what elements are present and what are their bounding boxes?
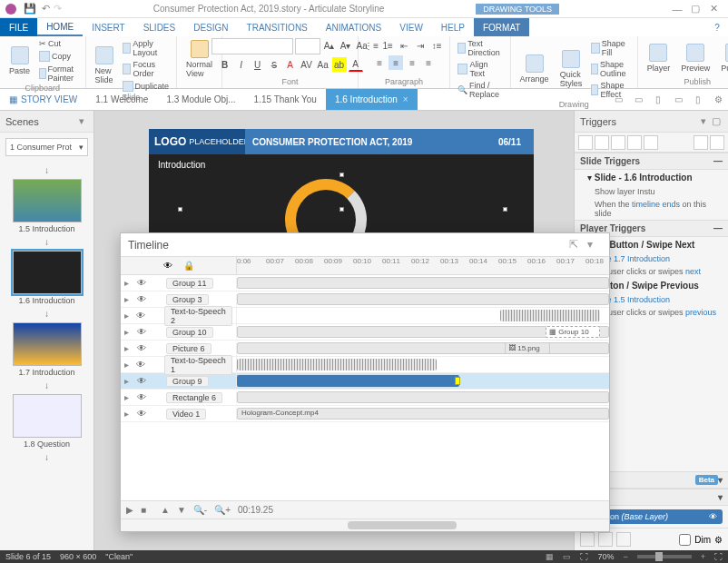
device-desktop-icon[interactable]: ▭ bbox=[608, 89, 628, 110]
arrange-button[interactable]: Arrange bbox=[516, 53, 553, 85]
expand-icon[interactable]: ▸ bbox=[124, 294, 132, 304]
shrink-font-button[interactable]: A▾ bbox=[339, 38, 353, 53]
visibility-icon[interactable]: 👁 bbox=[137, 376, 146, 386]
grow-font-button[interactable]: A▴ bbox=[322, 38, 337, 53]
timeline-row[interactable]: ▸👁Text-to-Speech 1 bbox=[121, 357, 609, 373]
timeline-track[interactable] bbox=[237, 390, 609, 405]
resize-handle[interactable] bbox=[455, 377, 460, 385]
view-normal-icon[interactable]: ▭ bbox=[563, 552, 571, 561]
timeline-track[interactable]: 🖼 15.png bbox=[237, 341, 609, 356]
trigger-action[interactable]: Show layer Instu bbox=[575, 185, 728, 198]
scene-dropdown[interactable]: 1 Consumer Prot▾ bbox=[5, 138, 88, 156]
expand-icon[interactable]: ▸ bbox=[124, 278, 132, 288]
tab-insert[interactable]: INSERT bbox=[83, 18, 134, 36]
edit-trigger-button[interactable] bbox=[595, 135, 609, 150]
visibility-icon[interactable]: 👁 bbox=[137, 343, 146, 353]
expand-icon[interactable]: ▸ bbox=[124, 409, 132, 419]
slide-thumb-active[interactable]: 1.6 Introduction bbox=[13, 251, 82, 305]
ffwd-button[interactable]: ▼ bbox=[177, 505, 186, 515]
zoom-slider[interactable] bbox=[637, 555, 692, 558]
panel-menu-icon[interactable]: ▾ bbox=[718, 475, 723, 485]
align-center-button[interactable]: ≡ bbox=[389, 55, 403, 70]
zoom-out-timeline[interactable]: 🔍- bbox=[193, 505, 207, 515]
focus-order-button[interactable]: Focus Order bbox=[121, 59, 172, 79]
slide-thumb[interactable]: 1.5 Introduction bbox=[13, 179, 82, 233]
slide-canvas[interactable]: LOGOPLACEHOLDER CONSUMER PROTECTION ACT,… bbox=[149, 129, 534, 238]
copy-trigger-button[interactable] bbox=[611, 135, 625, 150]
font-family-select[interactable] bbox=[212, 38, 293, 54]
zoom-fit-icon[interactable]: ⛶ bbox=[714, 552, 723, 561]
format-painter-button[interactable]: Format Painter bbox=[37, 64, 80, 84]
picture-chip[interactable]: 🖼 15.png bbox=[505, 342, 550, 354]
outdent-button[interactable]: ⇤ bbox=[397, 38, 411, 53]
tab-format[interactable]: FORMAT bbox=[474, 18, 529, 36]
apply-layout-button[interactable]: Apply Layout bbox=[121, 38, 172, 58]
panel-close-icon[interactable]: ▢ bbox=[710, 115, 723, 128]
delete-trigger-button[interactable] bbox=[644, 135, 658, 150]
selection-handle[interactable] bbox=[339, 207, 344, 212]
slide-tab[interactable]: 1.15 Thank You bbox=[245, 89, 326, 110]
change-case-button[interactable]: Aa bbox=[316, 57, 330, 72]
quick-styles-button[interactable]: Quick Styles bbox=[556, 48, 586, 90]
expand-icon[interactable]: ▸ bbox=[124, 392, 132, 402]
tab-help[interactable]: HELP bbox=[432, 18, 474, 36]
lock-column-icon[interactable]: 🔒 bbox=[183, 261, 194, 271]
expand-icon[interactable]: ▸ bbox=[124, 311, 131, 321]
close-tab-icon[interactable]: × bbox=[403, 94, 408, 104]
undo-icon[interactable]: ↶ bbox=[42, 3, 50, 15]
timeline-track[interactable]: Hologram-Concept.mp4 bbox=[237, 406, 609, 421]
shape-fill-button[interactable]: Shape Fill bbox=[589, 38, 632, 58]
numbering-button[interactable]: 1≡ bbox=[380, 38, 395, 53]
tab-design[interactable]: DESIGN bbox=[184, 18, 237, 36]
timeline-row[interactable]: ▸👁Group 9 bbox=[121, 373, 609, 390]
indent-button[interactable]: ⇥ bbox=[413, 38, 428, 53]
timeline-row[interactable]: ▸👁Group 11 bbox=[121, 275, 609, 291]
timeline-track[interactable] bbox=[237, 291, 609, 307]
tab-slides[interactable]: SLIDES bbox=[134, 18, 185, 36]
play-button[interactable]: ▶ bbox=[126, 505, 133, 515]
visibility-icon[interactable]: 👁 bbox=[136, 311, 145, 321]
save-icon[interactable]: 💾 bbox=[24, 3, 36, 15]
justify-button[interactable]: ≡ bbox=[421, 55, 436, 70]
new-slide-button[interactable]: New Slide bbox=[92, 44, 117, 86]
timeline-row[interactable]: ▸👁Text-to-Speech 2 bbox=[121, 308, 609, 324]
timeline-menu-icon[interactable]: ▾ bbox=[587, 238, 602, 252]
tab-transitions[interactable]: TRANSITIONS bbox=[238, 18, 317, 36]
trigger-wizard-button[interactable] bbox=[710, 135, 724, 150]
device-phone-landscape-icon[interactable]: ▭ bbox=[668, 89, 688, 110]
settings-icon[interactable]: ⚙ bbox=[708, 89, 728, 110]
shape-outline-button[interactable]: Shape Outline bbox=[589, 59, 632, 79]
paste-trigger-button[interactable] bbox=[627, 135, 642, 150]
close-button[interactable]: ✕ bbox=[704, 3, 723, 15]
scenes-menu-icon[interactable]: ▾ bbox=[75, 115, 88, 128]
dock-icon[interactable]: ⇱ bbox=[569, 238, 584, 252]
slide-tab[interactable]: 1.3 Module Obj... bbox=[157, 89, 244, 110]
trigger-slide-item[interactable]: ▾ Slide - 1.6 Introduction bbox=[575, 170, 728, 185]
dim-checkbox[interactable] bbox=[679, 534, 691, 546]
timeline-row[interactable]: ▸👁Group 10▦ Group 10 bbox=[121, 324, 609, 341]
view-grid-icon[interactable]: ▦ bbox=[546, 552, 554, 561]
panel-menu-icon[interactable]: ▾ bbox=[697, 115, 710, 128]
visibility-icon[interactable]: 👁 bbox=[136, 360, 145, 370]
timeline-scrollbar[interactable] bbox=[121, 519, 609, 531]
tab-animations[interactable]: ANIMATIONS bbox=[317, 18, 390, 36]
selection-handle[interactable] bbox=[503, 207, 507, 212]
timeline-track[interactable] bbox=[237, 308, 609, 323]
timeline-track[interactable] bbox=[237, 275, 609, 291]
layer-settings-icon[interactable]: ⚙ bbox=[714, 535, 723, 545]
expand-icon[interactable]: ▸ bbox=[124, 360, 131, 370]
eye-column-icon[interactable]: 👁 bbox=[163, 261, 172, 271]
selected-bar[interactable] bbox=[237, 375, 459, 387]
tab-home[interactable]: HOME bbox=[37, 18, 83, 36]
story-view-button[interactable]: ▦STORY VIEW bbox=[0, 89, 86, 110]
expand-icon[interactable]: ▸ bbox=[124, 343, 132, 353]
char-spacing-button[interactable]: AV bbox=[300, 57, 314, 72]
del-layer-button[interactable] bbox=[616, 532, 631, 547]
tab-view[interactable]: VIEW bbox=[390, 18, 432, 36]
selection-handle[interactable] bbox=[339, 173, 344, 177]
redo-icon[interactable]: ↷ bbox=[54, 3, 62, 15]
timeline-row[interactable]: ▸👁Video 1Hologram-Concept.mp4 bbox=[121, 406, 609, 422]
paste-button[interactable]: Paste bbox=[5, 44, 34, 77]
publish-button[interactable]: Publish bbox=[717, 42, 728, 74]
visibility-icon[interactable]: 👁 bbox=[137, 278, 146, 288]
